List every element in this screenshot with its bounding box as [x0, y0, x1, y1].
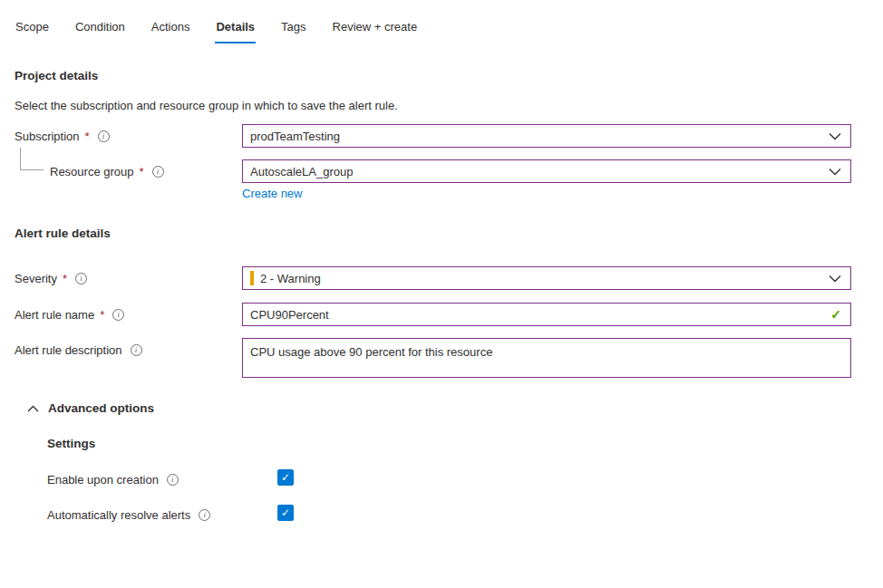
- auto-resolve-alerts-checkbox[interactable]: ✓: [277, 505, 294, 521]
- enable-upon-creation-label-text: Enable upon creation: [47, 473, 159, 487]
- create-new-link[interactable]: Create new: [242, 187, 302, 200]
- tab-bar: Scope Condition Actions Details Tags Rev…: [15, 18, 418, 43]
- alert-rule-description-label: Alert rule description i: [15, 338, 142, 361]
- subscription-dropdown[interactable]: prodTeamTesting: [242, 124, 851, 148]
- chevron-up-icon: [27, 401, 39, 415]
- enable-upon-creation-checkbox[interactable]: ✓: [277, 469, 294, 486]
- advanced-options-label: Advanced options: [48, 401, 154, 415]
- checkmark-icon: ✓: [281, 471, 290, 484]
- tab-condition[interactable]: Condition: [74, 18, 126, 43]
- tab-actions[interactable]: Actions: [150, 18, 191, 43]
- severity-label-text: Severity: [15, 272, 57, 285]
- info-icon[interactable]: i: [199, 509, 210, 521]
- alert-rule-details-heading: Alert rule details: [15, 227, 111, 240]
- info-icon[interactable]: i: [75, 273, 87, 284]
- advanced-options-toggle[interactable]: Advanced options: [27, 401, 154, 415]
- checkmark-icon: ✓: [281, 506, 290, 519]
- chevron-down-icon: [829, 275, 841, 283]
- severity-color-bar: [250, 271, 254, 285]
- tab-details[interactable]: Details: [215, 18, 256, 43]
- resource-group-label-text: Resource group: [50, 165, 134, 178]
- valid-checkmark-icon: ✓: [830, 307, 841, 322]
- tab-scope[interactable]: Scope: [15, 18, 50, 43]
- subscription-label: Subscription* i: [15, 124, 110, 148]
- alert-rule-name-label-text: Alert rule name: [15, 308, 94, 322]
- severity-label: Severity* i: [15, 266, 87, 290]
- create-alert-rule-details-page: Scope Condition Actions Details Tags Rev…: [0, 0, 883, 588]
- auto-resolve-alerts-label: Automatically resolve alerts i: [47, 506, 210, 524]
- subscription-label-text: Subscription: [15, 130, 80, 143]
- tab-review-create[interactable]: Review + create: [332, 18, 419, 43]
- alert-rule-name-value: CPU90Percent: [250, 308, 830, 322]
- alert-rule-name-label: Alert rule name* i: [15, 303, 124, 326]
- required-marker: *: [63, 272, 67, 285]
- resource-group-label: Resource group* i: [50, 159, 164, 183]
- resource-group-dropdown[interactable]: AutoscaleLA_group: [242, 159, 851, 183]
- info-icon[interactable]: i: [167, 474, 179, 486]
- auto-resolve-alerts-label-text: Automatically resolve alerts: [47, 508, 190, 522]
- required-marker: *: [100, 308, 104, 322]
- alert-rule-name-input[interactable]: CPU90Percent ✓: [242, 303, 851, 326]
- severity-dropdown[interactable]: 2 - Warning: [242, 266, 851, 290]
- project-details-heading: Project details: [15, 69, 98, 82]
- subscription-value: prodTeamTesting: [250, 130, 821, 143]
- settings-heading: Settings: [47, 437, 95, 450]
- alert-rule-description-input[interactable]: CPU usage above 90 percent for this reso…: [242, 338, 851, 378]
- alert-rule-description-label-text: Alert rule description: [15, 343, 122, 357]
- required-marker: *: [140, 165, 144, 178]
- info-icon[interactable]: i: [112, 309, 124, 321]
- tree-connector-line: [20, 148, 44, 170]
- info-icon[interactable]: i: [98, 130, 110, 142]
- info-icon[interactable]: i: [131, 344, 142, 356]
- chevron-down-icon: [829, 132, 841, 140]
- alert-rule-description-value: CPU usage above 90 percent for this reso…: [250, 345, 492, 359]
- severity-value: 2 - Warning: [260, 272, 821, 285]
- resource-group-value: AutoscaleLA_group: [250, 165, 821, 178]
- chevron-down-icon: [829, 168, 841, 176]
- required-marker: *: [85, 130, 90, 143]
- enable-upon-creation-label: Enable upon creation i: [47, 470, 179, 488]
- tab-tags[interactable]: Tags: [280, 18, 306, 43]
- project-details-description: Select the subscription and resource gro…: [15, 99, 398, 112]
- info-icon[interactable]: i: [152, 166, 164, 178]
